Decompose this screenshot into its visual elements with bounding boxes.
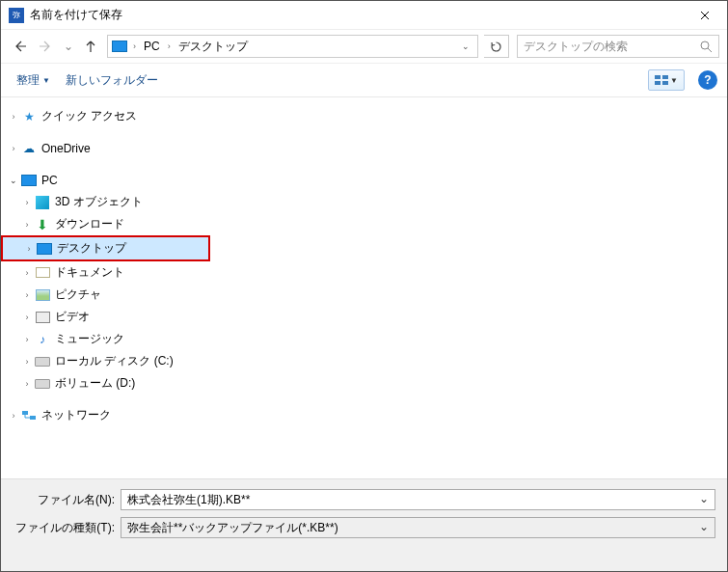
filetype-value: 弥生会計**バックアップファイル(*.KB**) (127, 520, 338, 536)
svg-rect-2 (662, 75, 668, 79)
star-icon: ★ (20, 109, 38, 124)
breadcrumb-folder[interactable]: デスクトップ (176, 37, 250, 57)
navigation-bar: ⌄ › PC › デスクトップ ⌄ デスクトップの検索 (1, 30, 727, 63)
svg-rect-4 (662, 81, 668, 85)
tree-item-music[interactable]: › ♪ ミュージック (1, 328, 210, 350)
cube-icon (34, 195, 51, 210)
up-button[interactable] (80, 36, 101, 57)
arrow-left-icon (12, 39, 27, 54)
filename-value: 株式会社弥生(1期).KB** (127, 492, 250, 508)
tree-item-3d-objects[interactable]: › 3D オブジェクト (1, 191, 210, 213)
chevron-right-icon[interactable]: › (20, 198, 34, 207)
chevron-right-icon[interactable]: › (20, 268, 34, 278)
view-options-button[interactable]: ▼ (648, 69, 685, 91)
breadcrumb-sep-icon: › (131, 41, 138, 51)
new-folder-label: 新しいフォルダー (66, 72, 158, 89)
chevron-right-icon[interactable]: › (7, 411, 20, 421)
download-icon: ⬇ (34, 217, 51, 232)
tree-item-videos[interactable]: › ビデオ (1, 306, 210, 328)
arrow-right-icon (39, 39, 54, 54)
address-dropdown-icon[interactable]: ⌄ (458, 41, 473, 51)
chevron-down-icon: ▼ (670, 76, 678, 85)
disk-icon (34, 376, 51, 392)
tree-item-pc[interactable]: ⌄ PC (1, 169, 210, 191)
filename-input[interactable]: 株式会社弥生(1期).KB** (121, 489, 715, 510)
search-placeholder: デスクトップの検索 (524, 39, 700, 55)
view-icon (655, 74, 668, 86)
organize-button[interactable]: 整理 ▼ (11, 70, 56, 91)
chevron-down-icon[interactable]: ⌄ (7, 176, 20, 185)
close-icon (700, 11, 710, 20)
network-icon (20, 408, 38, 423)
svg-rect-1 (655, 75, 661, 79)
tree-label: ミュージック (55, 331, 124, 347)
filetype-select[interactable]: 弥生会計**バックアップファイル(*.KB**) (121, 517, 715, 538)
tree-label: ドキュメント (55, 264, 124, 281)
close-button[interactable] (683, 1, 727, 30)
tree-item-volume-d[interactable]: › ボリューム (D:) (1, 372, 210, 395)
tree-item-onedrive[interactable]: › ☁ OneDrive (1, 137, 210, 159)
history-dropdown[interactable]: ⌄ (63, 40, 74, 53)
video-icon (34, 310, 51, 325)
breadcrumb-sep-icon: › (166, 41, 173, 51)
chevron-right-icon[interactable]: › (20, 220, 34, 230)
main-area: › ★ クイック アクセス › ☁ OneDrive ⌄ PC › 3D オブジ… (1, 97, 727, 478)
chevron-right-icon[interactable]: › (7, 112, 20, 122)
tree-label: ローカル ディスク (C:) (55, 353, 174, 369)
tree-label: ビデオ (55, 309, 90, 325)
navigation-tree: › ★ クイック アクセス › ☁ OneDrive ⌄ PC › 3D オブジ… (1, 97, 210, 478)
refresh-button[interactable] (484, 35, 509, 58)
document-icon (34, 265, 51, 281)
chevron-right-icon[interactable]: › (22, 244, 36, 254)
chevron-right-icon[interactable]: › (20, 379, 34, 389)
tree-item-quick-access[interactable]: › ★ クイック アクセス (1, 105, 210, 127)
disk-icon (34, 354, 51, 369)
bottom-panel: ファイル名(N): 株式会社弥生(1期).KB** ファイルの種類(T): 弥生… (1, 478, 727, 571)
refresh-icon (490, 41, 502, 53)
tree-item-documents[interactable]: › ドキュメント (1, 261, 210, 284)
tree-item-downloads[interactable]: › ⬇ ダウンロード (1, 213, 210, 235)
back-button[interactable] (9, 36, 30, 57)
chevron-right-icon[interactable]: › (20, 290, 34, 300)
filename-label: ファイル名(N): (13, 492, 121, 508)
chevron-right-icon[interactable]: › (20, 357, 34, 367)
music-icon: ♪ (34, 332, 51, 347)
app-icon: 弥 (9, 8, 24, 23)
monitor-icon (36, 241, 53, 257)
breadcrumb-root[interactable]: PC (142, 38, 162, 55)
picture-icon (34, 287, 51, 303)
svg-point-0 (701, 41, 709, 49)
help-button[interactable]: ? (698, 70, 717, 90)
tree-label: ボリューム (D:) (55, 375, 135, 392)
cloud-icon: ☁ (20, 141, 38, 156)
help-icon: ? (704, 73, 711, 87)
tree-label: デスクトップ (57, 240, 126, 257)
chevron-down-icon: ▼ (42, 76, 50, 85)
svg-rect-3 (655, 81, 661, 85)
tree-label: 3D オブジェクト (55, 194, 143, 210)
search-input[interactable]: デスクトップの検索 (517, 35, 719, 58)
tree-item-pictures[interactable]: › ピクチャ (1, 284, 210, 306)
forward-button[interactable] (36, 36, 57, 57)
titlebar: 弥 名前を付けて保存 (1, 1, 727, 30)
tree-label: ダウンロード (55, 216, 124, 232)
chevron-right-icon[interactable]: › (20, 313, 34, 322)
tree-label: クイック アクセス (41, 108, 137, 124)
tree-label: PC (41, 174, 58, 187)
tree-item-network[interactable]: › ネットワーク (1, 404, 210, 426)
chevron-right-icon[interactable]: › (20, 335, 34, 344)
window-title: 名前を付けて保存 (30, 7, 683, 23)
chevron-right-icon[interactable]: › (7, 144, 20, 153)
file-list-area[interactable] (210, 97, 727, 478)
organize-label: 整理 (16, 72, 40, 89)
tree-item-local-disk[interactable]: › ローカル ディスク (C:) (1, 350, 210, 372)
new-folder-button[interactable]: 新しいフォルダー (60, 70, 164, 91)
monitor-icon (20, 173, 38, 188)
search-icon (700, 41, 713, 53)
filetype-label: ファイルの種類(T): (13, 520, 121, 536)
svg-rect-6 (30, 416, 36, 420)
address-bar[interactable]: › PC › デスクトップ ⌄ (107, 35, 478, 58)
toolbar: 整理 ▼ 新しいフォルダー ▼ ? (1, 63, 727, 97)
tree-label: ネットワーク (41, 407, 111, 423)
tree-item-desktop[interactable]: › デスクトップ (3, 237, 208, 259)
